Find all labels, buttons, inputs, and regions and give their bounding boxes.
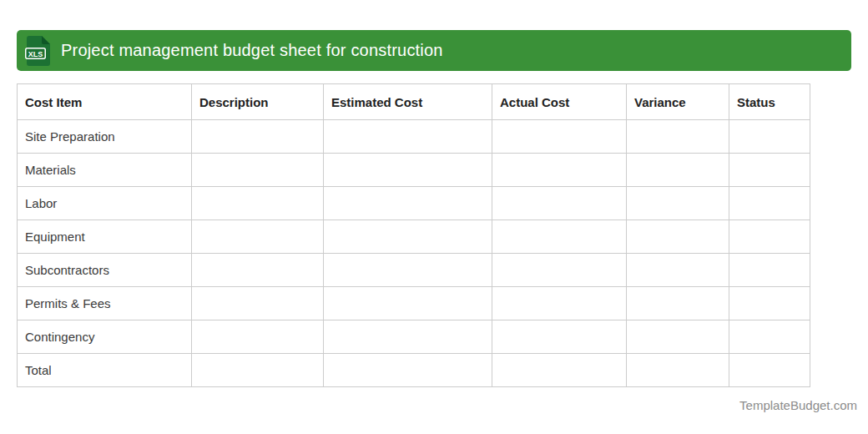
empty-cell — [324, 120, 492, 154]
empty-cell — [192, 354, 324, 387]
table-row: Permits & Fees — [18, 287, 810, 320]
empty-cell — [192, 154, 324, 187]
empty-cell — [192, 254, 324, 287]
cost-item-cell: Permits & Fees — [18, 287, 192, 320]
empty-cell — [627, 254, 729, 287]
empty-cell — [627, 320, 729, 354]
table-row: Contingency — [18, 320, 810, 354]
empty-cell — [729, 354, 810, 387]
cost-item-cell: Site Preparation — [18, 120, 192, 154]
empty-cell — [729, 287, 810, 320]
table-row: Materials — [18, 154, 810, 187]
footer-site-label: TemplateBudget.com — [739, 398, 857, 412]
empty-cell — [729, 320, 810, 354]
empty-cell — [492, 120, 627, 154]
empty-cell — [729, 154, 810, 187]
empty-cell — [192, 220, 324, 254]
page: XLS Project management budget sheet for … — [0, 0, 868, 434]
empty-cell — [627, 287, 729, 320]
empty-cell — [192, 287, 324, 320]
table-row: Equipment — [18, 220, 810, 254]
table-row: Total — [18, 354, 810, 387]
empty-cell — [324, 220, 492, 254]
empty-cell — [492, 187, 627, 220]
empty-cell — [324, 287, 492, 320]
xls-icon-label: XLS — [28, 49, 43, 58]
empty-cell — [627, 154, 729, 187]
table-row: Site Preparation — [18, 120, 810, 154]
column-header-cost-item: Cost Item — [18, 84, 192, 120]
column-header-estimated-cost: Estimated Cost — [324, 84, 492, 120]
table-row: Subcontractors — [18, 254, 810, 287]
empty-cell — [627, 220, 729, 254]
budget-table: Cost Item Description Estimated Cost Act… — [17, 83, 810, 387]
empty-cell — [627, 354, 729, 387]
table-row: Labor — [18, 187, 810, 220]
empty-cell — [324, 187, 492, 220]
empty-cell — [627, 120, 729, 154]
empty-cell — [492, 220, 627, 254]
empty-cell — [324, 254, 492, 287]
empty-cell — [729, 254, 810, 287]
column-header-actual-cost: Actual Cost — [492, 84, 627, 120]
empty-cell — [192, 187, 324, 220]
empty-cell — [729, 120, 810, 154]
empty-cell — [492, 320, 627, 354]
empty-cell — [627, 187, 729, 220]
cost-item-cell: Equipment — [18, 220, 192, 254]
cost-item-cell: Materials — [18, 154, 192, 187]
empty-cell — [492, 154, 627, 187]
cost-item-cell: Contingency — [18, 320, 192, 354]
empty-cell — [729, 220, 810, 254]
empty-cell — [324, 320, 492, 354]
header-bar: XLS Project management budget sheet for … — [17, 30, 851, 71]
empty-cell — [492, 254, 627, 287]
empty-cell — [192, 320, 324, 354]
empty-cell — [492, 287, 627, 320]
column-header-status: Status — [729, 84, 810, 120]
empty-cell — [192, 120, 324, 154]
cost-item-cell: Total — [18, 354, 192, 387]
column-header-description: Description — [192, 84, 324, 120]
empty-cell — [492, 354, 627, 387]
cost-item-cell: Subcontractors — [18, 254, 192, 287]
empty-cell — [324, 354, 492, 387]
page-title: Project management budget sheet for cons… — [61, 41, 443, 60]
cost-item-cell: Labor — [18, 187, 192, 220]
empty-cell — [324, 154, 492, 187]
column-header-variance: Variance — [627, 84, 729, 120]
empty-cell — [729, 187, 810, 220]
xls-file-icon: XLS — [25, 36, 50, 66]
table-header-row: Cost Item Description Estimated Cost Act… — [18, 84, 810, 120]
